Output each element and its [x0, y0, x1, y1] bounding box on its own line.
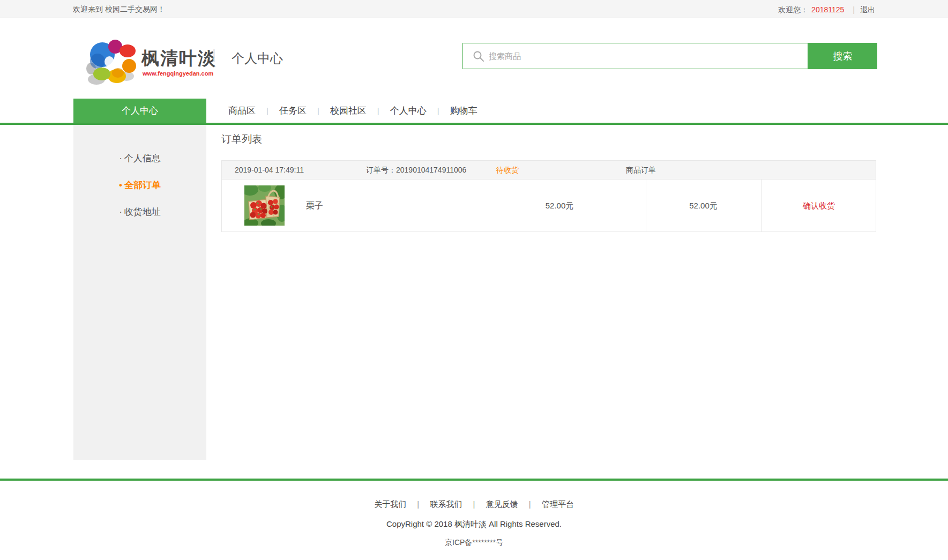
footer-link-admin[interactable]: 管理平台: [542, 499, 574, 509]
sidebar-item-orders[interactable]: •全部订单: [73, 172, 206, 199]
search-icon: [473, 50, 484, 62]
order-item-row: 栗子 52.00元 52.00元 确认收货: [222, 179, 876, 232]
nav-separator: |: [437, 106, 439, 115]
topbar: 欢迎来到 校园二手交易网！ 欢迎您：20181125|退出: [0, 0, 948, 18]
icp-text: 京ICP备********号: [0, 538, 948, 548]
nav-separator: |: [377, 106, 379, 115]
order-card: 2019-01-04 17:49:11 订单号：2019010417491100…: [221, 160, 876, 232]
order-category: 商品订单: [626, 161, 656, 179]
nav-item-tasks[interactable]: 任务区: [279, 104, 307, 117]
order-number-value: 20190104174911006: [396, 166, 466, 174]
footer-link-feedback[interactable]: 意见反馈: [486, 499, 518, 509]
sidebar-bullet: ·: [119, 207, 122, 217]
sidebar-item-profile[interactable]: ·个人信息: [73, 145, 206, 172]
footer-links: 关于我们 | 联系我们 | 意见反馈 | 管理平台: [0, 499, 948, 510]
product-name[interactable]: 栗子: [306, 180, 323, 232]
page: 欢迎来到 校园二手交易网！ 欢迎您：20181125|退出 枫清叶淡: [0, 0, 948, 560]
search-box: [462, 43, 808, 69]
sidebar-item-label: 个人信息: [124, 153, 161, 163]
product-price: 52.00元: [522, 180, 597, 232]
search-button[interactable]: 搜索: [808, 43, 877, 69]
order-number: 订单号：20190104174911006: [366, 161, 466, 179]
sidebar-bullet: ·: [119, 153, 122, 163]
order-number-label: 订单号：: [366, 166, 396, 174]
header-section-title: 个人中心: [232, 50, 283, 67]
product-image[interactable]: [244, 185, 285, 226]
header-separator: |: [212, 47, 216, 63]
nav-item-cart[interactable]: 购物车: [450, 104, 477, 117]
main-nav: 商品区 | 任务区 | 校园社区 | 个人中心 | 购物车: [228, 99, 477, 123]
footer-separator: |: [417, 499, 419, 509]
order-header-row: 2019-01-04 17:49:11 订单号：2019010417491100…: [222, 161, 876, 179]
logout-link[interactable]: 退出: [860, 5, 875, 14]
nav-separator: |: [317, 106, 319, 115]
nav-item-personal[interactable]: 个人中心: [390, 104, 427, 117]
sidebar-bullet: •: [119, 180, 122, 190]
nav-item-community[interactable]: 校园社区: [330, 104, 367, 117]
page-title: 订单列表: [221, 132, 262, 146]
header: 枫清叶淡 www.fengqingyedan.com | 个人中心 搜索: [0, 19, 948, 99]
sidebar: ·个人信息 •全部订单 ·收货地址: [73, 125, 206, 460]
brand-url: www.fengqingyedan.com: [143, 70, 213, 77]
footer-separator: |: [473, 499, 475, 509]
footer-link-about[interactable]: 关于我们: [374, 499, 406, 509]
footer-link-contact[interactable]: 联系我们: [430, 499, 462, 509]
sidebar-item-address[interactable]: ·收货地址: [73, 199, 206, 226]
username-link[interactable]: 20181125: [811, 5, 844, 14]
brand-logo-icon[interactable]: [85, 38, 141, 88]
nav-item-goods[interactable]: 商品区: [228, 104, 256, 117]
welcome-text: 欢迎来到 校园二手交易网！: [73, 0, 165, 18]
order-datetime: 2019-01-04 17:49:11: [235, 161, 304, 179]
sidebar-item-label: 全部订单: [124, 180, 161, 190]
nav-separator: |: [266, 106, 268, 115]
sidebar-item-label: 收货地址: [124, 207, 161, 217]
order-status-badge: 待收货: [496, 161, 519, 179]
greeting-label: 欢迎您：: [778, 5, 808, 14]
search-input[interactable]: [489, 44, 800, 68]
topbar-separator: |: [853, 5, 855, 14]
topbar-user-area: 欢迎您：20181125|退出: [778, 0, 875, 18]
nav-active-section[interactable]: 个人中心: [73, 99, 206, 123]
footer: 关于我们 | 联系我们 | 意见反馈 | 管理平台 CopyRight © 20…: [0, 481, 948, 548]
confirm-receipt-button[interactable]: 确认收货: [761, 180, 877, 232]
brand-name: 枫清叶淡: [141, 47, 217, 71]
footer-separator: |: [529, 499, 531, 509]
search-bar: 搜索: [462, 43, 877, 69]
order-total: 52.00元: [646, 180, 761, 232]
copyright-text: CopyRight © 2018 枫清叶淡 All Rights Reserve…: [0, 519, 948, 529]
